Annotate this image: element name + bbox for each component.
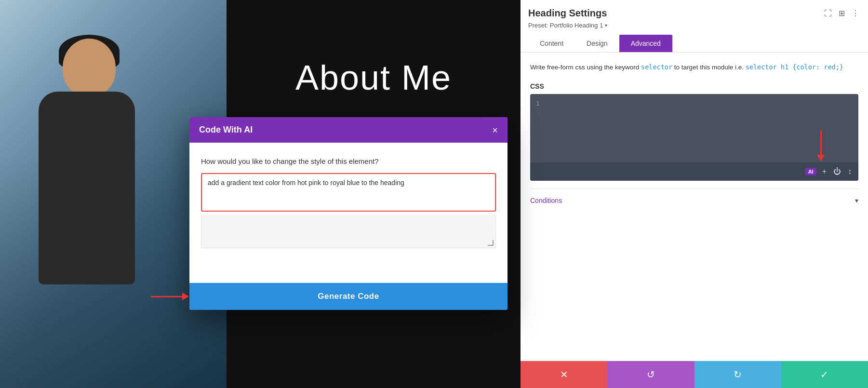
css-editor-content: 1 [530,94,858,162]
arrow-shaft-css [820,131,822,155]
modal-question: How would you like to change the style o… [201,157,496,165]
panel-title-row: Heading Settings ⛶ ⊞ ⋮ [528,8,860,19]
right-panel: Heading Settings ⛶ ⊞ ⋮ Preset: Portfolio… [521,0,868,388]
panel-footer: ✕ ↺ ↻ ✓ [521,361,868,388]
modal-input[interactable]: add a gradient text color from hot pink … [201,173,496,212]
tab-design[interactable]: Design [575,35,619,52]
footer-cancel-button[interactable]: ✕ [521,361,607,388]
css-label: CSS [530,82,858,90]
panel-content: Write free-form css using the keyword se… [521,53,868,361]
generate-code-button[interactable]: Generate Code [318,292,379,301]
css-line-numbers: 1 [536,100,540,157]
line-number-1: 1 [536,100,540,107]
conditions-chevron: ▾ [855,197,858,204]
modal-footer[interactable]: Generate Code [189,283,507,310]
conditions-row[interactable]: Conditions ▾ [530,188,858,208]
panel-preset: Preset: Portfolio Heading 1 ▾ [528,22,860,29]
panel-title: Heading Settings [528,8,607,19]
arrow-head-css [817,155,825,161]
tab-content[interactable]: Content [528,35,575,52]
arrow-head [182,293,189,300]
person-body [39,92,135,284]
desc-selector-kw: selector [641,63,672,71]
preset-dropdown-arrow[interactable]: ▾ [605,23,607,28]
modal-extra-area [201,214,496,248]
footer-redo-button[interactable]: ↻ [694,361,781,388]
resize-handle[interactable] [488,240,494,246]
person-head [63,39,116,96]
css-add-button[interactable]: + [821,166,828,177]
modal-close-button[interactable]: × [492,125,498,135]
css-toolbar: AI + ⏻ ↕ [530,162,858,181]
more-options-icon[interactable]: ⋮ [851,8,860,19]
desc-part2: to target this module i.e. [672,64,746,71]
arrow-shaft [151,296,182,297]
preset-label: Preset: Portfolio Heading 1 [528,22,603,29]
css-code-area[interactable] [548,100,853,157]
conditions-label: Conditions [530,197,562,204]
arrow-generate [151,293,189,300]
columns-icon[interactable]: ⊞ [838,8,846,19]
footer-confirm-button[interactable]: ✓ [781,361,868,388]
css-ai-button[interactable]: AI [805,168,816,175]
footer-undo-button[interactable]: ↺ [607,361,694,388]
code-with-ai-modal: Code With AI × How would you like to cha… [189,117,507,310]
css-editor: 1 AI + ⏻ ↕ [530,94,858,181]
tab-advanced[interactable]: Advanced [619,35,672,52]
panel-header: Heading Settings ⛶ ⊞ ⋮ Preset: Portfolio… [521,0,868,53]
modal-title: Code With AI [199,125,253,135]
panel-description: Write free-form css using the keyword se… [530,62,858,73]
modal-body: How would you like to change the style o… [189,143,507,283]
about-me-heading: About Me [295,58,452,97]
panel-tabs: Content Design Advanced [528,35,860,52]
modal-header: Code With AI × [189,117,507,143]
desc-selector-example: selector h1 {color: red;} [746,63,843,71]
fullscreen-icon[interactable]: ⛶ [823,8,833,19]
css-power-button[interactable]: ⏻ [832,166,842,177]
css-updown-button[interactable]: ↕ [847,166,853,177]
arrow-css [817,131,825,161]
desc-part1: Write free-form css using the keyword [530,64,641,71]
panel-title-icons: ⛶ ⊞ ⋮ [823,8,860,19]
